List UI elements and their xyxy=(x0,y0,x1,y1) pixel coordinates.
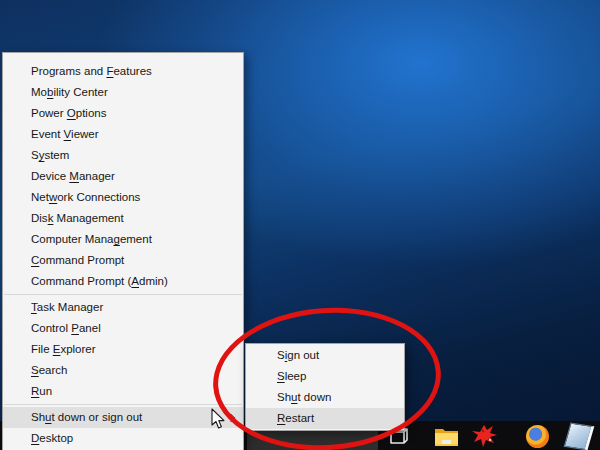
menu-item-label-pre: Computer Mana xyxy=(31,233,113,245)
menu-item-label-pre: Command Prompt ( xyxy=(31,275,131,287)
menu-item-label: Power Options xyxy=(31,107,106,119)
menu-item-label: Command Prompt xyxy=(31,254,124,266)
menu-item-label: File Explorer xyxy=(31,343,96,355)
menu-item-label: Device Manager xyxy=(31,170,115,182)
menu-item-label: Network Connections xyxy=(31,191,140,203)
menu-item-label-accel: w xyxy=(49,191,57,203)
menu-item-shut-down-or-sign-out[interactable]: Shut down or sign out xyxy=(3,407,243,428)
menu-item-label-pre: Device xyxy=(31,170,69,182)
folder-icon xyxy=(434,426,459,447)
menu-item-label-post: anel xyxy=(79,322,101,334)
menu-item-label-post: earch xyxy=(39,364,68,376)
menu-item-computer-management[interactable]: Computer Management xyxy=(3,229,243,250)
menu-item-label-pre: Event xyxy=(31,128,64,140)
menu-item-label-post: ommand Prompt xyxy=(39,254,124,266)
menu-item-label-post: ement xyxy=(120,233,152,245)
firefox-browser-icon[interactable] xyxy=(524,423,551,449)
menu-item-task-manager[interactable]: Task Manager xyxy=(3,297,243,318)
menu-item-label-pre: File xyxy=(31,343,53,355)
menu-item-label: Mobility Center xyxy=(31,86,108,98)
menu-item-label-post: stem xyxy=(44,149,69,161)
menu-item-label-post: dmin) xyxy=(139,275,168,287)
notepad-icon xyxy=(563,422,594,450)
menu-item-label: Control Panel xyxy=(31,322,101,334)
menu-item-command-prompt[interactable]: Command Prompt xyxy=(3,250,243,271)
red-splat-app-icon[interactable] xyxy=(471,423,498,449)
menu-item-search[interactable]: Search xyxy=(3,360,243,381)
file-explorer-folder-icon[interactable] xyxy=(433,423,460,449)
menu-item-label: Run xyxy=(31,385,52,397)
menu-item-label: Computer Management xyxy=(31,233,152,245)
menu-item-file-explorer[interactable]: File Explorer xyxy=(3,339,243,360)
menu-item-label: Task Manager xyxy=(31,301,103,313)
menu-item-event-viewer[interactable]: Event Viewer xyxy=(3,124,243,145)
menu-item-label-pre: Control xyxy=(31,322,71,334)
winx-menu: Programs and FeaturesMobility CenterPowe… xyxy=(2,52,244,450)
menu-item-label: Command Prompt (Admin) xyxy=(31,275,168,287)
menu-item-label: Search xyxy=(31,364,67,376)
menu-item-disk-management[interactable]: Disk Management xyxy=(3,208,243,229)
menu-item-label-pre: Power xyxy=(31,107,67,119)
menu-item-network-connections[interactable]: Network Connections xyxy=(3,187,243,208)
menu-item-label-post: esktop xyxy=(39,432,73,444)
menu-item-label-post: ork Connections xyxy=(57,191,140,203)
menu-item-label-post: iewer xyxy=(71,128,98,140)
menu-item-system[interactable]: System xyxy=(3,145,243,166)
menu-item-programs-and-features[interactable]: Programs and Features xyxy=(3,61,243,82)
menu-item-label-accel: S xyxy=(31,364,39,376)
menu-item-label-post: xplorer xyxy=(60,343,95,355)
arrow-cursor-icon xyxy=(211,408,227,434)
desktop-wallpaper: Programs and FeaturesMobility CenterPowe… xyxy=(0,0,600,450)
menu-item-label-pre: Programs and xyxy=(31,65,106,77)
menu-item-label-post: anager xyxy=(79,170,115,182)
menu-item-label-post: ask Manager xyxy=(37,301,103,313)
menu-item-command-prompt-admin[interactable]: Command Prompt (Admin) xyxy=(3,271,243,292)
menu-item-label: Programs and Features xyxy=(31,65,152,77)
menu-item-desktop[interactable]: Desktop xyxy=(3,428,243,449)
firefox-logo-icon xyxy=(526,425,549,448)
menu-item-label-accel: M xyxy=(69,170,79,182)
menu-item-label-accel: P xyxy=(71,322,79,334)
menu-item-label-post: eatures xyxy=(113,65,151,77)
menu-item-label-post: ility Center xyxy=(53,86,107,98)
menu-item-device-manager[interactable]: Device Manager xyxy=(3,166,243,187)
menu-item-label-post: ptions xyxy=(76,107,107,119)
menu-item-label-accel: A xyxy=(131,275,139,287)
menu-item-label: Disk Management xyxy=(31,212,124,224)
menu-item-run[interactable]: Run xyxy=(3,381,243,402)
menu-item-label-pre: Sh xyxy=(31,411,45,423)
menu-item-label: Event Viewer xyxy=(31,128,99,140)
notepad-app-icon[interactable] xyxy=(565,423,592,449)
menu-item-label-accel: O xyxy=(67,107,76,119)
menu-item-label-post: un xyxy=(39,385,52,397)
menu-divider xyxy=(4,404,242,405)
menu-item-label-post: Management xyxy=(53,212,123,224)
menu-item-label-pre: Mo xyxy=(31,86,47,98)
menu-item-label: Desktop xyxy=(31,432,73,444)
menu-item-label-accel: V xyxy=(64,128,71,140)
menu-item-power-options[interactable]: Power Options xyxy=(3,103,243,124)
menu-item-label-post: t down or sign out xyxy=(51,411,142,423)
menu-item-mobility-center[interactable]: Mobility Center xyxy=(3,82,243,103)
menu-item-label: Shut down or sign out xyxy=(31,411,142,423)
menu-item-control-panel[interactable]: Control Panel xyxy=(3,318,243,339)
menu-item-label: System xyxy=(31,149,69,161)
splat-icon xyxy=(471,423,498,449)
menu-item-label-pre: S xyxy=(31,149,39,161)
menu-item-label-pre: Dis xyxy=(31,212,48,224)
menu-divider xyxy=(4,294,242,295)
menu-item-label-pre: Net xyxy=(31,191,49,203)
